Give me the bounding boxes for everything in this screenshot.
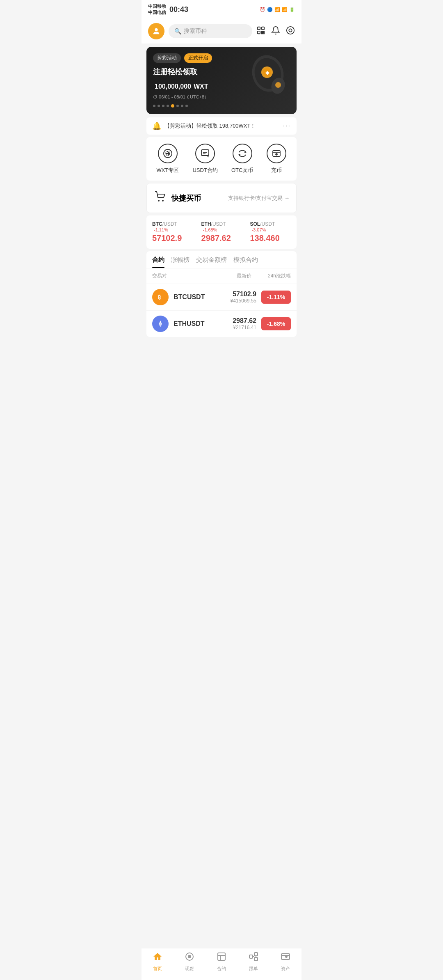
banner[interactable]: 剪彩活动 正式开启 注册轻松领取 100,000,000WXT ⏱ 06/01 … [146, 47, 297, 114]
otc-icon [233, 144, 252, 163]
header-change: 24h涨跌幅 [268, 272, 291, 279]
ticker-btc[interactable]: BTC/USDT -1.11% 57102.9 [152, 221, 193, 243]
search-icon: 🔍 [174, 28, 181, 34]
scan-icon[interactable] [256, 26, 265, 37]
banner-tag-1: 剪彩活动 [153, 53, 181, 63]
menu-usdt[interactable]: $ USDT合约 [192, 144, 217, 174]
usdt-icon: $ [195, 144, 215, 163]
ticker: BTC/USDT -1.11% 57102.9 ETH/USDT -1.68% … [146, 215, 297, 249]
btc-symbol: BTCUSDT [174, 293, 205, 301]
svg-point-19 [162, 200, 164, 201]
eth-logo [152, 316, 169, 332]
svg-rect-3 [258, 31, 260, 33]
dot-3 [162, 105, 164, 107]
dot-8 [185, 105, 188, 107]
wxt-icon [158, 144, 178, 163]
tab-gainers[interactable]: 涨幅榜 [171, 256, 190, 268]
status-time: 00:43 [169, 5, 188, 14]
svg-point-11 [275, 82, 281, 88]
header: 🔍 搜索币种 [142, 19, 301, 44]
btc-price: 57102.9 [152, 234, 193, 243]
search-bar[interactable]: 🔍 搜索币种 [169, 24, 252, 38]
quick-buy[interactable]: 快捷买币 支持银行卡/支付宝交易 → [146, 183, 297, 213]
quick-menu: WXT专区 $ USDT合约 OTC卖币 [146, 137, 297, 181]
dot-4 [167, 105, 169, 107]
notice-speaker-icon: 🔔 [152, 121, 161, 131]
notice-bar[interactable]: 🔔 【剪彩活动】轻松领取 198,700WXT！ ··· [146, 117, 297, 135]
market-tabs: 合约 涨幅榜 交易金额榜 模拟合约 [146, 251, 297, 268]
quick-buy-label: 快捷买币 [171, 193, 201, 203]
deposit-icon [267, 144, 286, 163]
market-header: 交易对 最新价 24h涨跌幅 [146, 268, 297, 284]
dot-7 [181, 105, 183, 107]
banner-dots [153, 104, 290, 108]
menu-otc-label: OTC卖币 [231, 167, 253, 174]
eth-prices: 2987.62 ¥21716.41 [233, 317, 256, 330]
svg-point-18 [158, 200, 160, 201]
btc-change-badge: -1.11% [261, 291, 291, 304]
header-pair: 交易对 [152, 272, 167, 279]
menu-wxt[interactable]: WXT专区 [157, 144, 179, 174]
dot-2 [158, 105, 160, 107]
menu-wxt-label: WXT专区 [157, 167, 179, 174]
battery-icon: 🔋 [289, 7, 295, 12]
tab-volume[interactable]: 交易金额榜 [196, 256, 227, 268]
header-icons [256, 26, 295, 37]
banner-graphic: ◈ [243, 51, 292, 100]
status-bar: 中国移动 中国电信 00:43 ⏰ 🔵 📶 📶 🔋 [142, 0, 301, 19]
sol-price: 138.460 [250, 234, 291, 243]
eth-price: 2987.62 [201, 234, 242, 243]
btc-prices: 57102.9 ¥415069.55 [231, 291, 256, 304]
signal-icon: 📶 [282, 7, 288, 12]
dot-6 [176, 105, 179, 107]
bluetooth-icon: 🔵 [267, 7, 273, 12]
svg-text:₿: ₿ [158, 294, 161, 300]
dot-1 [153, 105, 155, 107]
svg-point-4 [289, 29, 292, 32]
bell-icon[interactable] [271, 26, 280, 37]
table-row[interactable]: ₿ BTCUSDT 57102.9 ¥415069.55 -1.11% [146, 284, 297, 310]
menu-deposit[interactable]: 充币 [267, 144, 286, 174]
eth-symbol: ETHUSDT [174, 320, 205, 327]
banner-tag-2: 正式开启 [184, 53, 212, 63]
ticker-eth[interactable]: ETH/USDT -1.68% 2987.62 [201, 221, 242, 243]
menu-usdt-label: USDT合约 [192, 167, 217, 174]
avatar[interactable] [148, 23, 164, 39]
wifi-icon: 📶 [274, 7, 280, 12]
carrier-info: 中国移动 中国电信 [148, 3, 166, 16]
alarm-icon: ⏰ [260, 7, 265, 12]
svg-rect-2 [262, 27, 264, 29]
search-placeholder: 搜索币种 [184, 27, 207, 35]
ticker-sol[interactable]: SOL/USDT -3.07% 138.460 [250, 221, 291, 243]
notice-more-icon[interactable]: ··· [283, 122, 291, 130]
support-icon[interactable] [286, 26, 295, 37]
market-section: 合约 涨幅榜 交易金额榜 模拟合约 交易对 最新价 24h涨跌幅 ₿ BTCUS… [146, 251, 297, 337]
menu-deposit-label: 充币 [271, 167, 282, 174]
header-price: 最新价 [237, 272, 251, 279]
status-icons: ⏰ 🔵 📶 📶 🔋 [260, 7, 295, 12]
svg-rect-1 [258, 27, 260, 29]
cart-icon [153, 190, 167, 206]
quick-buy-desc: 支持银行卡/支付宝交易 → [228, 195, 290, 202]
eth-change-badge: -1.68% [261, 317, 291, 330]
btc-logo: ₿ [152, 289, 169, 305]
tab-contract[interactable]: 合约 [152, 256, 164, 268]
menu-otc[interactable]: OTC卖币 [231, 144, 253, 174]
notice-text: 【剪彩活动】轻松领取 198,700WXT！ [164, 122, 280, 130]
table-row[interactable]: ETHUSDT 2987.62 ¥21716.41 -1.68% [146, 310, 297, 337]
svg-point-0 [155, 28, 158, 31]
dot-5 [171, 104, 174, 108]
svg-text:◈: ◈ [265, 70, 269, 76]
tab-simulated[interactable]: 模拟合约 [233, 256, 258, 268]
svg-text:$: $ [207, 154, 209, 158]
